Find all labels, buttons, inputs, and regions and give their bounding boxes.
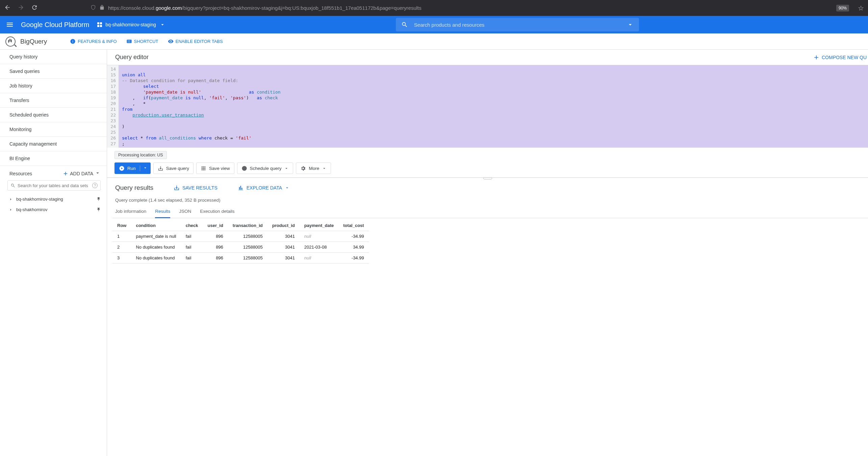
project-name: bq-shakhomirov-staging <box>105 22 156 27</box>
column-header: transaction_id <box>228 220 267 231</box>
global-search-input[interactable] <box>414 22 621 28</box>
global-search[interactable] <box>396 18 639 31</box>
table-cell: -34.99 <box>338 253 368 263</box>
grid-icon <box>201 166 206 171</box>
table-row: 3No duplicates foundfail896125880053041n… <box>112 253 369 263</box>
help-icon[interactable]: ? <box>92 183 98 188</box>
column-header: user_id <box>203 220 228 231</box>
download-icon <box>174 185 180 191</box>
chevron-right-icon <box>9 197 13 201</box>
sidebar-item[interactable]: Scheduled queries <box>0 108 107 122</box>
save-query-button[interactable]: Save query <box>153 162 194 174</box>
table-cell: 896 <box>203 253 228 263</box>
shield-icon <box>91 5 96 11</box>
table-cell: 34.99 <box>338 242 368 253</box>
enable-tabs-button[interactable]: ENABLE EDITOR TABS <box>168 39 223 44</box>
more-button[interactable]: More <box>296 162 331 174</box>
sidebar-item[interactable]: Monitoring <box>0 122 107 137</box>
resource-search[interactable]: ? <box>7 180 101 191</box>
sidebar-item[interactable]: Job history <box>0 79 107 93</box>
download-icon <box>158 166 163 171</box>
table-cell: fail <box>181 253 203 263</box>
chevron-down-icon <box>284 166 289 171</box>
gcp-header: Google Cloud Platform bq-shakhomirov-sta… <box>0 16 868 33</box>
sidebar-item[interactable]: Saved queries <box>0 64 107 79</box>
table-cell: 3041 <box>267 253 300 263</box>
reload-icon[interactable] <box>31 4 38 12</box>
info-icon <box>70 39 76 44</box>
url-bar[interactable]: https://console.cloud.google.com/bigquer… <box>91 5 831 11</box>
sidebar-item[interactable]: Query history <box>0 50 107 64</box>
results-tab[interactable]: Results <box>155 205 170 218</box>
content-area: Query editor COMPOSE NEW QU 141516171819… <box>107 50 868 456</box>
table-cell: 1 <box>112 231 131 242</box>
keyboard-icon <box>126 39 132 44</box>
resources-label: Resources <box>9 171 32 176</box>
sql-code[interactable]: union all-- Dataset condition for paymen… <box>119 65 868 148</box>
project-selector[interactable]: bq-shakhomirov-staging <box>97 22 165 28</box>
zoom-badge[interactable]: 90% <box>836 5 849 11</box>
explore-data-button[interactable]: EXPLORE DATA <box>238 185 289 191</box>
save-view-button[interactable]: Save view <box>196 162 234 174</box>
sidebar-item[interactable]: Transfers <box>0 93 107 108</box>
results-tab[interactable]: JSON <box>179 205 191 218</box>
column-header: Row <box>112 220 131 231</box>
results-tab[interactable]: Execution details <box>200 205 234 218</box>
hamburger-menu-icon[interactable] <box>7 23 13 27</box>
chevron-right-icon <box>9 208 13 212</box>
sidebar-item[interactable]: BI Engine <box>0 151 107 166</box>
table-cell: 12588005 <box>228 253 267 263</box>
lock-icon <box>99 5 105 11</box>
table-cell: 896 <box>203 231 228 242</box>
add-data-button[interactable]: ADD DATA <box>62 171 93 177</box>
chart-icon <box>238 185 244 191</box>
sql-editor[interactable]: 1415161718192021222324252627 union all--… <box>107 65 868 148</box>
table-cell: 2 <box>112 242 131 253</box>
pin-icon[interactable] <box>96 207 101 212</box>
project-icon <box>97 22 102 27</box>
run-button[interactable]: Run <box>114 162 151 174</box>
results-tab[interactable]: Job information <box>115 205 146 218</box>
column-header: total_cost <box>338 220 368 231</box>
table-cell: 3041 <box>267 231 300 242</box>
column-header: check <box>181 220 203 231</box>
gcp-logo[interactable]: Google Cloud Platform <box>21 21 89 29</box>
schedule-query-button[interactable]: Schedule query <box>237 162 293 174</box>
chevron-down-icon[interactable] <box>627 21 634 28</box>
compose-query-button[interactable]: COMPOSE NEW QU <box>813 54 868 61</box>
column-header: product_id <box>267 220 300 231</box>
project-tree-item[interactable]: bq-shakhomirov-staging <box>0 194 107 204</box>
table-cell: fail <box>181 231 203 242</box>
features-info-button[interactable]: FEATURES & INFO <box>70 39 117 44</box>
table-row: 1payment_date is nullfail896125880053041… <box>112 231 369 242</box>
results-tabs: Job informationResultsJSONExecution deta… <box>112 205 868 218</box>
chevron-down-icon <box>159 22 165 28</box>
bookmark-icon[interactable]: ☆ <box>858 4 864 12</box>
pin-icon[interactable] <box>96 197 101 202</box>
url-text: https://console.cloud.google.com/bigquer… <box>108 5 422 11</box>
save-results-button[interactable]: SAVE RESULTS <box>174 185 218 191</box>
chevron-down-icon <box>322 166 327 171</box>
table-cell: null <box>300 231 338 242</box>
table-cell: 2021-03-08 <box>300 242 338 253</box>
sidebar: Query historySaved queriesJob historyTra… <box>0 50 107 456</box>
resource-search-input[interactable] <box>18 183 90 188</box>
plus-icon <box>62 171 69 177</box>
query-editor-title: Query editor <box>115 54 149 61</box>
add-data-dropdown[interactable] <box>95 170 101 177</box>
query-status: Query complete (1.4 sec elapsed, 352 B p… <box>112 196 868 205</box>
clock-icon <box>241 166 247 171</box>
bigquery-logo[interactable]: BigQuery <box>5 36 47 47</box>
forward-icon[interactable] <box>18 4 24 12</box>
processing-location: Processing location: US <box>114 151 167 159</box>
sidebar-item[interactable]: Capacity management <box>0 137 107 151</box>
back-icon[interactable] <box>4 4 11 12</box>
table-cell: -34.99 <box>338 231 368 242</box>
plus-icon <box>813 54 820 61</box>
table-cell: null <box>300 253 338 263</box>
run-dropdown[interactable] <box>140 166 148 171</box>
table-cell: payment_date is null <box>131 231 181 242</box>
shortcut-button[interactable]: SHORTCUT <box>126 39 158 44</box>
project-tree-item[interactable]: bq-shakhomirov <box>0 204 107 215</box>
line-gutter: 1415161718192021222324252627 <box>107 65 119 148</box>
